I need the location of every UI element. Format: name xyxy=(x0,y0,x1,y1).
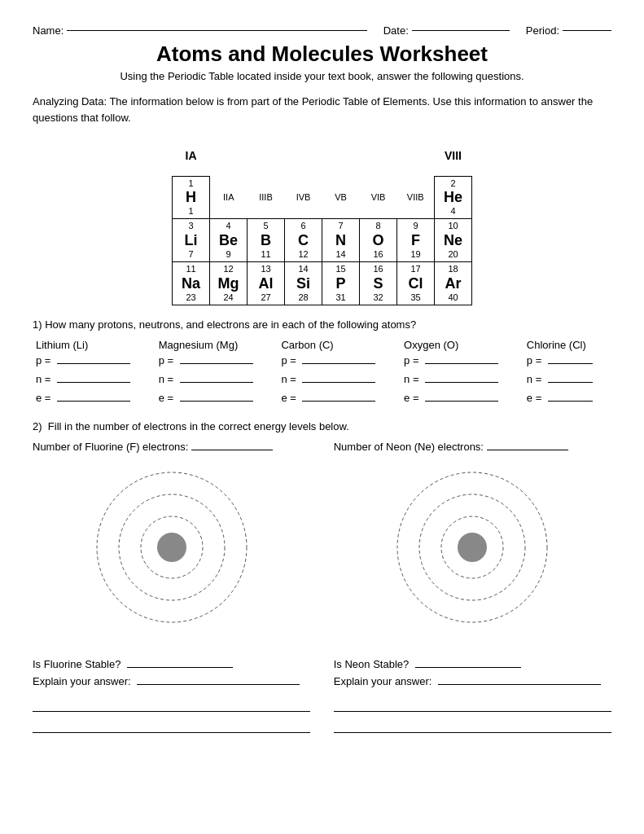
Mg-n-line[interactable] xyxy=(180,382,253,383)
question2-title: 2) Fill in the number of electrons in th… xyxy=(33,420,611,432)
Cl-p-line[interactable] xyxy=(548,363,593,364)
period-label: Period: xyxy=(526,24,559,37)
neon-bohr-model xyxy=(334,458,611,637)
C-n-line[interactable] xyxy=(302,382,375,383)
question2-number: 2) xyxy=(33,420,42,432)
Cl-e-row: e = xyxy=(524,390,611,409)
element-B: 5B11 xyxy=(248,219,285,262)
neon-electron-label: Number of Neon (Ne) electrons: xyxy=(334,441,611,453)
Li-p-line[interactable] xyxy=(57,363,130,364)
neon-diagram-section: Number of Neon (Ne) electrons: xyxy=(334,441,611,645)
Li-n-line[interactable] xyxy=(57,382,130,383)
element-Mg: 12Mg24 xyxy=(210,262,248,305)
C-p-row: p = xyxy=(278,353,401,371)
fluorine-stable-label: Is Fluorine Stable? xyxy=(33,658,310,670)
Mg-e-row: e = xyxy=(156,390,278,409)
date-label: Date: xyxy=(383,24,409,37)
element-H: 1 H 1 xyxy=(173,176,210,219)
O-p-row: p = xyxy=(401,353,524,371)
element-Al: 13Al27 xyxy=(248,262,285,305)
element-Si: 14Si28 xyxy=(285,262,322,305)
element-S: 16S32 xyxy=(360,262,397,305)
neon-stable-col: Is Neon Stable? Explain your answer: xyxy=(334,658,611,687)
group-ia-header: IA xyxy=(173,135,210,176)
C-p-line[interactable] xyxy=(302,363,375,364)
fluorine-bottom-lines xyxy=(33,696,310,738)
Li-p-row: p = xyxy=(33,353,156,371)
neon-stable-input[interactable] xyxy=(415,667,521,668)
periodic-table: IA VIII 1 H 1 IIA IIIB IVB VB VIB VIIB xyxy=(172,135,472,305)
Mg-n-row: n = xyxy=(156,371,278,390)
neon-explain-input[interactable] xyxy=(438,684,601,685)
atom-col-Cl: Chlorine (Cl) xyxy=(524,337,611,353)
question1-number: 1) xyxy=(33,318,42,331)
page-title: Atoms and Molecules Worksheet xyxy=(33,42,611,67)
O-e-row: e = xyxy=(401,390,524,409)
O-p-line[interactable] xyxy=(425,363,498,364)
neon-bottom-lines xyxy=(334,696,611,738)
Mg-p-row: p = xyxy=(156,353,278,371)
bottom-lines-section xyxy=(33,696,611,738)
fluorine-electron-label: Number of Fluorine (F) electrons: xyxy=(33,441,310,453)
header-fields: Name: Date: Period: xyxy=(33,24,611,37)
Cl-n-line[interactable] xyxy=(548,382,593,383)
O-n-line[interactable] xyxy=(425,382,498,383)
fluorine-bohr-model xyxy=(33,458,310,637)
Mg-e-line[interactable] xyxy=(180,401,253,402)
element-Ar: 18Ar40 xyxy=(435,262,472,305)
atom-col-O: Oxygen (O) xyxy=(401,337,524,353)
element-O: 8O16 xyxy=(360,219,397,262)
element-N: 7N14 xyxy=(322,219,360,262)
atom-col-Li: Lithium (Li) xyxy=(33,337,156,353)
name-label: Name: xyxy=(33,24,64,37)
element-Cl: 17Cl35 xyxy=(397,262,435,305)
fluorine-bohr-svg xyxy=(90,466,253,629)
Li-e-row: e = xyxy=(33,390,156,409)
Cl-n-row: n = xyxy=(524,371,611,390)
stable-section: Is Fluorine Stable? Explain your answer:… xyxy=(33,658,611,687)
question1-text: How many protons, neutrons, and electron… xyxy=(45,318,416,331)
date-input-line xyxy=(412,30,510,31)
Cl-e-line[interactable] xyxy=(548,401,593,402)
subgroup-ivb: IVB xyxy=(285,176,322,219)
fluorine-nucleus xyxy=(157,533,186,562)
element-He: 2 He 4 xyxy=(435,176,472,219)
element-C: 6C12 xyxy=(285,219,322,262)
neon-bohr-svg xyxy=(391,466,554,629)
element-Li: 3Li7 xyxy=(173,219,210,262)
fluorine-bottom-line-1[interactable] xyxy=(33,696,310,712)
element-F: 9F19 xyxy=(397,219,435,262)
Mg-p-line[interactable] xyxy=(180,363,253,364)
periodic-table-container: IA VIII 1 H 1 IIA IIIB IVB VB VIB VIIB xyxy=(33,135,611,305)
question1-title: 1) How many protons, neutrons, and elect… xyxy=(33,318,611,331)
question2-text: Fill in the number of electrons in the c… xyxy=(48,420,349,432)
C-n-row: n = xyxy=(278,371,401,390)
electron-diagrams: Number of Fluorine (F) electrons: xyxy=(33,441,611,645)
neon-bottom-line-2[interactable] xyxy=(334,717,611,733)
C-e-line[interactable] xyxy=(302,401,375,402)
neon-bottom-line-1[interactable] xyxy=(334,696,611,712)
question1-section: 1) How many protons, neutrons, and elect… xyxy=(33,318,611,409)
element-Ne: 10Ne20 xyxy=(435,219,472,262)
fluorine-electron-input[interactable] xyxy=(191,450,273,450)
atom-col-C: Carbon (C) xyxy=(278,337,401,353)
Li-n-row: n = xyxy=(33,371,156,390)
fluorine-bottom-line-2[interactable] xyxy=(33,717,310,733)
fluorine-explain-input[interactable] xyxy=(137,684,300,685)
neon-electron-input[interactable] xyxy=(487,450,568,450)
name-input-line xyxy=(67,30,366,31)
neon-explain-label: Explain your answer: xyxy=(334,675,611,687)
subgroup-viib: VIIB xyxy=(397,176,435,219)
subgroup-vib: VIB xyxy=(360,176,397,219)
Li-e-line[interactable] xyxy=(57,401,130,402)
atom-col-Mg: Magnesium (Mg) xyxy=(156,337,278,353)
Cl-p-row: p = xyxy=(524,353,611,371)
fluorine-stable-input[interactable] xyxy=(127,667,233,668)
question2-section: 2) Fill in the number of electrons in th… xyxy=(33,420,611,738)
subgroup-iia: IIA xyxy=(210,176,248,219)
element-Be: 4Be9 xyxy=(210,219,248,262)
subgroup-vb: VB xyxy=(322,176,360,219)
atoms-pne-table: Lithium (Li) Magnesium (Mg) Carbon (C) O… xyxy=(33,337,611,409)
group-viii-header: VIII xyxy=(435,135,472,176)
O-e-line[interactable] xyxy=(425,401,498,402)
